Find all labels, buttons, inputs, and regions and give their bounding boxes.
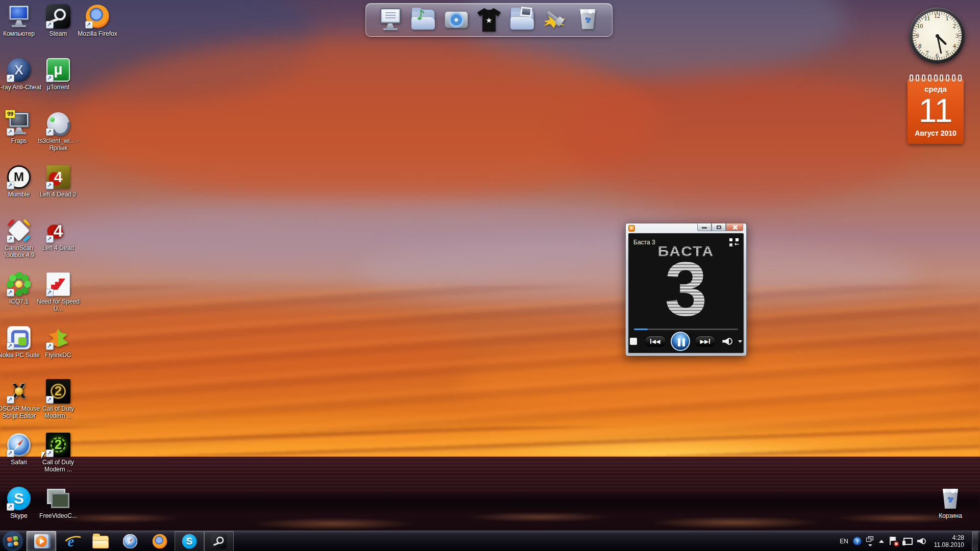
pause-button[interactable] xyxy=(671,332,690,351)
volume-dropdown-icon[interactable] xyxy=(738,340,742,343)
maximize-button[interactable] xyxy=(712,223,726,231)
desktop-icon-nfs[interactable]: Need for Speed U... xyxy=(34,272,82,313)
album-art-number: 3 xyxy=(665,256,707,321)
calendar-body: среда 11 Август 2010 xyxy=(908,79,964,144)
icon-graphic xyxy=(46,111,70,136)
calendar-month-year: Август 2010 xyxy=(908,129,964,137)
desktop-icon-flylink[interactable]: FlylinkDC xyxy=(34,325,82,359)
dock-item-disk-drive[interactable] xyxy=(444,7,469,33)
desktop-icon-label: ts3client_wi... - Ярлык xyxy=(34,137,82,152)
windows-explorer-icon xyxy=(92,536,109,548)
desktop-icon-label: Left 4 Dead xyxy=(42,244,74,252)
taskbar-app-firefox[interactable] xyxy=(145,531,175,551)
dock-item-music-folder[interactable]: ♪ xyxy=(410,7,436,33)
icon-graphic xyxy=(7,218,31,243)
language-bar-restore-icon[interactable] xyxy=(866,536,874,546)
taskbar-app-steam[interactable] xyxy=(204,531,234,551)
taskbar-app-safari[interactable] xyxy=(115,531,145,551)
dock-item-recycle-full[interactable] xyxy=(575,7,601,33)
icon-graphic: X xyxy=(7,379,31,404)
volume-tray-icon[interactable] xyxy=(917,537,927,546)
icon-graphic: 4 xyxy=(46,218,70,243)
calendar-gadget[interactable]: среда 11 Август 2010 xyxy=(908,74,964,144)
desktop-icon-teamspeak[interactable]: ts3client_wi... - Ярлык xyxy=(34,111,82,152)
icon-graphic: 2 xyxy=(46,379,70,404)
show-hidden-icons-icon[interactable] xyxy=(879,540,884,543)
tray-clock[interactable]: 4:28 11.08.2010 xyxy=(932,534,966,548)
desktop-icon-utorrent[interactable]: µµTorrent xyxy=(34,58,82,91)
dock-item-pictures-folder[interactable] xyxy=(509,7,535,33)
desktop-icon-trash[interactable]: Корзина xyxy=(926,486,974,520)
volume-button[interactable] xyxy=(722,337,733,346)
language-indicator[interactable]: EN xyxy=(840,538,848,545)
shortcut-arrow-icon xyxy=(7,235,14,243)
dock-item-documents-monitor[interactable] xyxy=(378,7,403,33)
minimize-button[interactable] xyxy=(697,223,712,231)
wmp-taskbar-icon xyxy=(34,534,48,548)
shortcut-arrow-icon xyxy=(46,128,54,136)
desktop-icon-label: Mumble xyxy=(8,191,30,198)
dock-item-tools-hammer[interactable] xyxy=(542,7,568,33)
previous-button[interactable]: ◀◀ xyxy=(645,336,666,347)
wallpaper-sea-shimmer xyxy=(0,458,980,493)
switch-to-library-icon[interactable]: ← xyxy=(729,238,739,246)
desktop-icon-label: Skype xyxy=(10,512,27,519)
mouse-cursor xyxy=(41,452,45,459)
close-icon xyxy=(732,225,738,230)
icon-graphic xyxy=(7,325,31,350)
media-player-window[interactable]: Баста 3 ← БАСТА 3 ◀◀ ▶▶ xyxy=(625,223,747,356)
clock-number: 10 xyxy=(916,23,924,29)
shortcut-arrow-icon xyxy=(7,449,14,457)
icon-graphic xyxy=(85,4,110,29)
taskbar-apps: eS xyxy=(27,531,234,551)
desktop-icon-firefox[interactable]: Mozilla Firefox xyxy=(74,4,121,38)
icon-graphic xyxy=(46,486,70,511)
firefox-taskbar-icon xyxy=(153,534,167,548)
speaker-waves-icon xyxy=(728,338,732,345)
taskbar: eS EN ? 4:28 11.08.2010 xyxy=(0,531,980,551)
shortcut-arrow-icon xyxy=(46,235,54,243)
close-button[interactable] xyxy=(726,223,743,231)
desktop-icon-l4d2[interactable]: 4Left 4 Dead 2 xyxy=(34,165,82,198)
system-tray: EN ? 4:28 11.08.2010 xyxy=(840,531,980,551)
minimize-icon xyxy=(702,227,707,229)
pictures-folder-icon xyxy=(510,9,534,30)
action-center-flag-icon[interactable] xyxy=(889,536,898,546)
dock[interactable]: ♪★ xyxy=(365,3,612,37)
icon-graphic xyxy=(46,4,70,29)
taskbar-app-wmp[interactable] xyxy=(27,531,56,551)
taskbar-app-skype[interactable]: S xyxy=(175,531,204,551)
desktop-icon-label: Steam xyxy=(50,30,67,37)
taskbar-app-explorer[interactable] xyxy=(86,531,115,551)
desktop-icon-label: Корзина xyxy=(939,512,962,519)
desktop-icon-freevideo[interactable]: FreeVideoC... xyxy=(34,486,82,520)
safari-taskbar-icon xyxy=(123,534,138,548)
stop-button[interactable] xyxy=(630,338,637,345)
desktop-icon-l4d[interactable]: 4Left 4 Dead xyxy=(34,218,82,252)
next-button[interactable]: ▶▶ xyxy=(695,336,716,347)
wallpaper xyxy=(0,0,980,551)
player-titlebar[interactable] xyxy=(626,223,746,233)
shortcut-arrow-icon xyxy=(7,342,14,350)
clock-gadget[interactable]: 121234567891011 xyxy=(909,8,965,64)
clock-number: 7 xyxy=(923,50,932,56)
skype-taskbar-icon: S xyxy=(182,534,197,548)
icon-graphic xyxy=(7,272,31,296)
shortcut-arrow-icon xyxy=(46,449,54,457)
shortcut-arrow-icon xyxy=(46,342,54,350)
icon-graphic xyxy=(7,433,31,457)
clock-number: 11 xyxy=(923,15,932,21)
computer-icon xyxy=(9,5,29,20)
dock-item-tshirt[interactable]: ★ xyxy=(476,7,502,33)
player-controls: ◀◀ ▶▶ xyxy=(629,330,743,353)
wmp-app-icon xyxy=(628,225,635,232)
icon-graphic: µ xyxy=(46,58,70,82)
network-icon[interactable] xyxy=(902,537,913,546)
taskbar-app-ie[interactable]: e xyxy=(56,531,86,551)
desktop[interactable]: КомпьютерSteamMozilla FirefoxXX-ray Anti… xyxy=(0,0,980,551)
desktop-icon-cod-gold[interactable]: 2Call of Duty Modern ... xyxy=(34,379,82,420)
show-desktop-button[interactable] xyxy=(971,531,978,551)
help-icon[interactable]: ? xyxy=(853,537,862,545)
start-button[interactable] xyxy=(3,532,22,551)
steam-taskbar-icon xyxy=(211,534,227,549)
